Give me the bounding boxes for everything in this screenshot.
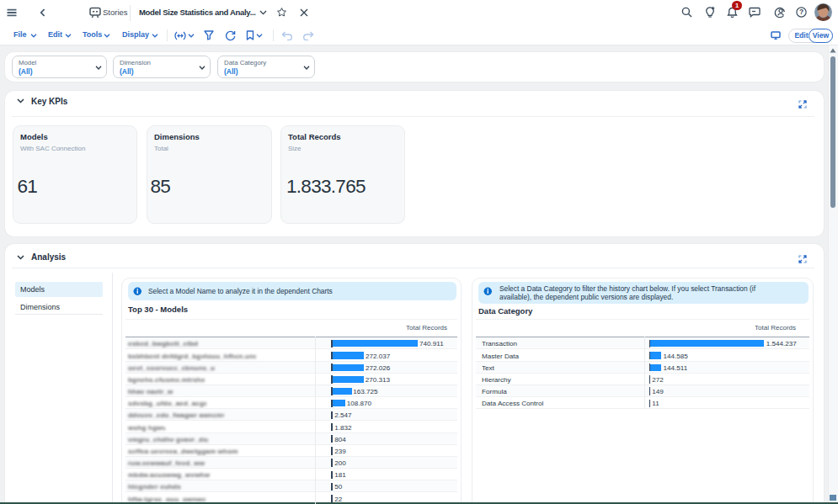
svg-text:?: ? (799, 8, 803, 16)
